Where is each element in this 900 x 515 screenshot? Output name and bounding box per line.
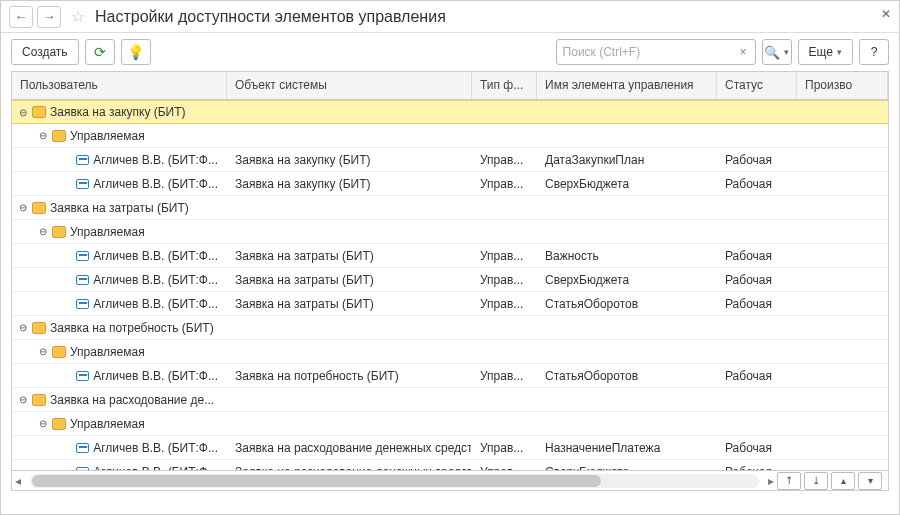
cell-status: Рабочая	[717, 172, 797, 195]
tree-item-row[interactable]: Агличев В.В. (БИТ:Ф...Заявка на закупку …	[12, 148, 888, 172]
search-clear-icon[interactable]: ×	[738, 45, 749, 59]
search-box[interactable]: ×	[556, 39, 756, 65]
cell-status: Рабочая	[717, 292, 797, 315]
cell-user: ⊖Заявка на закупку (БИТ)	[12, 101, 227, 123]
nav-forward-button[interactable]: →	[37, 6, 61, 28]
more-button[interactable]: Еще▾	[798, 39, 853, 65]
cell-element: СверхБюджета	[537, 268, 717, 291]
cell-type: Управ...	[472, 148, 537, 171]
tree-folder-row[interactable]: ⊖Управляемая	[12, 412, 888, 436]
cell-object: Заявка на затраты (БИТ)	[227, 292, 472, 315]
collapse-toggle-icon[interactable]: ⊖	[38, 130, 48, 141]
col-header-status[interactable]: Статус	[717, 72, 797, 99]
cell-object: Заявка на потребность (БИТ)	[227, 364, 472, 387]
collapse-toggle-icon[interactable]: ⊖	[18, 394, 28, 405]
tree-folder-row[interactable]: ⊖Управляемая	[12, 220, 888, 244]
cell-status	[717, 340, 797, 363]
scroll-right-icon[interactable]: ▸	[765, 474, 777, 488]
cell-user: Агличев В.В. (БИТ:Ф...	[12, 172, 227, 195]
col-header-element[interactable]: Имя элемента управления	[537, 72, 717, 99]
cell-status	[717, 124, 797, 147]
close-icon[interactable]: ✕	[881, 7, 891, 21]
tree-folder-row[interactable]: ⊖Заявка на потребность (БИТ)	[12, 316, 888, 340]
collapse-toggle-icon[interactable]: ⊖	[18, 202, 28, 213]
cell-proizv	[797, 388, 888, 411]
tree-folder-row[interactable]: ⊖Заявка на расходование де...	[12, 388, 888, 412]
cell-type	[472, 388, 537, 411]
cell-user: Агличев В.В. (БИТ:Ф...	[12, 436, 227, 459]
cell-object	[227, 196, 472, 219]
cell-type	[472, 220, 537, 243]
folder-icon	[32, 202, 46, 214]
cell-user: ⊖Управляемая	[12, 340, 227, 363]
user-label: Агличев В.В. (БИТ:Ф...	[93, 177, 218, 191]
row-down-button[interactable]: ▾	[858, 472, 882, 490]
collapse-toggle-icon[interactable]: ⊖	[38, 226, 48, 237]
cell-element: СверхБюджета	[537, 172, 717, 195]
cell-element: НазначениеПлатежа	[537, 436, 717, 459]
search-input[interactable]	[563, 45, 738, 59]
cell-proizv	[797, 292, 888, 315]
tree-folder-row[interactable]: ⊖Управляемая	[12, 124, 888, 148]
folder-icon	[52, 418, 66, 430]
cell-status: Рабочая	[717, 268, 797, 291]
tree-item-row[interactable]: Агличев В.В. (БИТ:Ф...Заявка на затраты …	[12, 292, 888, 316]
tree-item-row[interactable]: Агличев В.В. (БИТ:Ф...Заявка на расходов…	[12, 436, 888, 460]
help-button[interactable]: ?	[859, 39, 889, 65]
cell-type: Управ...	[472, 460, 537, 470]
go-bottom-button[interactable]: ⤓	[804, 472, 828, 490]
tree-folder-row[interactable]: ⊖Управляемая	[12, 340, 888, 364]
cell-status	[717, 220, 797, 243]
col-header-user[interactable]: Пользователь	[12, 72, 227, 99]
cell-user: ⊖Заявка на потребность (БИТ)	[12, 316, 227, 339]
hint-button[interactable]: 💡	[121, 39, 151, 65]
collapse-toggle-icon[interactable]: ⊖	[18, 322, 28, 333]
cell-status	[717, 316, 797, 339]
create-button[interactable]: Создать	[11, 39, 79, 65]
user-label: Агличев В.В. (БИТ:Ф...	[93, 153, 218, 167]
user-label: Заявка на затраты (БИТ)	[50, 201, 189, 215]
cell-status	[717, 388, 797, 411]
favorite-star-icon[interactable]: ☆	[71, 7, 85, 26]
col-header-object[interactable]: Объект системы	[227, 72, 472, 99]
scroll-left-icon[interactable]: ◂	[12, 474, 24, 488]
cell-type	[472, 340, 537, 363]
collapse-toggle-icon[interactable]: ⊖	[38, 418, 48, 429]
user-label: Агличев В.В. (БИТ:Ф...	[93, 441, 218, 455]
cell-user: Агличев В.В. (БИТ:Ф...	[12, 292, 227, 315]
grid-body[interactable]: ⊖Заявка на закупку (БИТ)⊖УправляемаяАгли…	[12, 100, 888, 470]
search-options-button[interactable]: 🔍▾	[762, 39, 792, 65]
tree-folder-row[interactable]: ⊖Заявка на закупку (БИТ)	[12, 100, 888, 124]
chevron-down-icon: ▾	[837, 47, 842, 57]
cell-object: Заявка на закупку (БИТ)	[227, 172, 472, 195]
col-header-type[interactable]: Тип ф...	[472, 72, 537, 99]
tree-item-row[interactable]: Агличев В.В. (БИТ:Ф...Заявка на потребно…	[12, 364, 888, 388]
record-icon	[76, 467, 90, 471]
tree-item-row[interactable]: Агличев В.В. (БИТ:Ф...Заявка на затраты …	[12, 244, 888, 268]
scrollbar-thumb[interactable]	[32, 475, 601, 487]
tree-item-row[interactable]: Агличев В.В. (БИТ:Ф...Заявка на затраты …	[12, 268, 888, 292]
cell-type: Управ...	[472, 364, 537, 387]
collapse-toggle-icon[interactable]: ⊖	[38, 346, 48, 357]
collapse-toggle-icon[interactable]: ⊖	[18, 107, 28, 118]
user-label: Агличев В.В. (БИТ:Ф...	[93, 297, 218, 311]
refresh-button[interactable]: ⟳	[85, 39, 115, 65]
row-up-button[interactable]: ▴	[831, 472, 855, 490]
folder-icon	[32, 394, 46, 406]
grid-footer: ◂ ▸ ⤒ ⤓ ▴ ▾	[12, 470, 888, 490]
tree-item-row[interactable]: Агличев В.В. (БИТ:Ф...Заявка на закупку …	[12, 172, 888, 196]
cell-object: Заявка на закупку (БИТ)	[227, 148, 472, 171]
grid-header: Пользователь Объект системы Тип ф... Имя…	[12, 72, 888, 100]
tree-item-row[interactable]: Агличев В.В. (БИТ:Ф...Заявка на расходов…	[12, 460, 888, 470]
nav-back-button[interactable]: ←	[9, 6, 33, 28]
horizontal-scrollbar[interactable]	[30, 474, 759, 488]
col-header-proizv[interactable]: Произво	[797, 72, 888, 99]
cell-type	[472, 101, 537, 123]
go-top-button[interactable]: ⤒	[777, 472, 801, 490]
cell-element: СтатьяОборотов	[537, 292, 717, 315]
cell-element: СверхБюджета	[537, 460, 717, 470]
more-label: Еще	[809, 45, 833, 59]
tree-folder-row[interactable]: ⊖Заявка на затраты (БИТ)	[12, 196, 888, 220]
chevron-down-icon: ▾	[784, 47, 789, 57]
cell-type	[472, 196, 537, 219]
